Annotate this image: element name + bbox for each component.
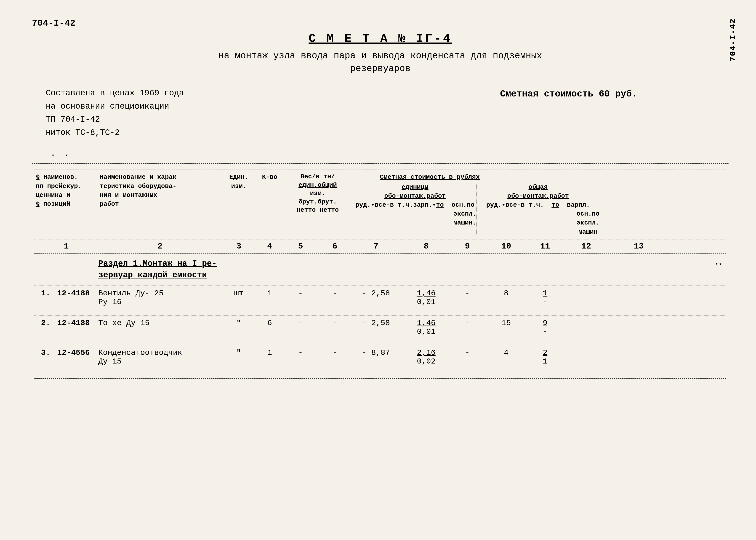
row1-v5: 1- (530, 289, 560, 312)
row1-unit: шт (222, 289, 256, 312)
col-num-11: 11 (530, 242, 560, 251)
row3-unit: " (222, 348, 256, 371)
row2-num: 2. (34, 319, 57, 342)
side-code: 704-I-42 (728, 18, 738, 62)
section-header-row: Раздел 1.Монтаж на I ре- зервуар каждой … (34, 253, 726, 286)
col-num-6: 6 (318, 242, 352, 251)
row3-name: КонденсатоотводчикДу 15 (98, 348, 222, 371)
col-num-7: 7 (352, 242, 400, 251)
row1-v1: - 2,58 (352, 289, 400, 312)
meta-section: Составлена в ценах 1969 года на основани… (46, 87, 683, 139)
table-container: № Наименов. пп прейскур. ценника и № поз… (32, 169, 728, 379)
row2-wt1: - (283, 319, 318, 342)
row2-v2: 1,460,01 (400, 319, 453, 342)
title-area: С М Е Т А № IГ-4 на монтаж узла ввода па… (32, 32, 728, 75)
section-header-text: Раздел 1.Монтаж на I ре- зервуар каждой … (98, 258, 726, 281)
row2-unit: " (222, 319, 256, 342)
row3-v6 (560, 348, 612, 371)
row2-v1: - 2,58 (352, 319, 400, 342)
row1-v4: 8 (482, 289, 530, 312)
subtitle: на монтаж узла ввода пара и вывода конде… (32, 50, 728, 75)
section-empty (34, 258, 98, 281)
col-header-4: К-во (256, 172, 283, 237)
row3-code: 12-4556 (57, 348, 98, 371)
row1-v6 (560, 289, 612, 312)
col-header-5: Вес/в тн/ един.общий изм. брут.брут. нет… (283, 172, 352, 237)
row1-name: Вентиль Ду- 25Ру 16 (98, 289, 222, 312)
table-row-3: 3. 12-4556 КонденсатоотводчикДу 15 " 1 -… (34, 345, 726, 375)
row2-v6 (560, 319, 612, 342)
row3-v5: 21 (530, 348, 560, 371)
row3-v3: - (453, 348, 482, 371)
row2-qty: 6 (256, 319, 283, 342)
row3-qty: 1 (256, 348, 283, 371)
row2-v3: - (453, 319, 482, 342)
row2-name: То хе Ду 15 (98, 319, 222, 342)
col-num-8: 8 (400, 242, 453, 251)
col-header-2: Наименование и харак теристика оборудова… (98, 172, 222, 237)
table-row-2: 2. 12-4188 То хе Ду 15 " 6 - - - 2,58 1,… (34, 315, 726, 345)
meta-left: Составлена в ценах 1969 года на основани… (46, 87, 184, 139)
row3-v2: 2,160,02 (400, 348, 453, 371)
table-row-1: 1. 12-4188 Вентиль Ду- 25Ру 16 шт 1 - - … (34, 286, 726, 315)
meta-right: Сметная стоимость 60 руб. (500, 89, 637, 139)
row1-code: 12-4188 (57, 289, 98, 312)
row1-num: 1. (34, 289, 57, 312)
dots-decoration: . . (50, 148, 728, 159)
col-num-4: 4 (256, 242, 283, 251)
table-header-row1: № Наименов. пп прейскур. ценника и № поз… (34, 169, 726, 240)
row2-code: 12-4188 (57, 319, 98, 342)
col-num-10: 10 (482, 242, 530, 251)
col-num-9: 9 (453, 242, 482, 251)
col-header-6: Сметная стоимость в рублях единицы обо-м… (352, 172, 507, 237)
row2-v5: 9- (530, 319, 560, 342)
col-numbers-row: 1 2 3 4 5 6 7 8 9 10 11 12 13 (34, 240, 726, 253)
col-num-1: 1 (34, 242, 98, 251)
row2-wt2: - (318, 319, 352, 342)
row3-wt1: - (283, 348, 318, 371)
row1-v3: - (453, 289, 482, 312)
row2-v4: 15 (482, 319, 530, 342)
row1-wt1: - (283, 289, 318, 312)
corner-symbol: ↔ (716, 258, 722, 270)
col-num-3: 3 (222, 242, 256, 251)
col-num-13: 13 (612, 242, 665, 251)
row3-num: 3. (34, 348, 57, 371)
main-title: С М Е Т А № IГ-4 (32, 32, 728, 46)
row1-wt2: - (318, 289, 352, 312)
row1-qty: 1 (256, 289, 283, 312)
row3-wt2: - (318, 348, 352, 371)
col-num-5: 5 (283, 242, 318, 251)
page: 704-I-42 704-I-42 С М Е Т А № IГ-4 на мо… (0, 0, 756, 540)
row3-v4: 4 (482, 348, 530, 371)
row1-v2: 1,460,01 (400, 289, 453, 312)
top-left-code: 704-I-42 (32, 18, 75, 28)
col-header-3: Един.изм. (222, 172, 256, 237)
col-num-12: 12 (560, 242, 612, 251)
col-header-1: № Наименов. пп прейскур. ценника и № поз… (34, 172, 98, 237)
col-num-2: 2 (98, 242, 222, 251)
row3-v1: - 8,87 (352, 348, 400, 371)
